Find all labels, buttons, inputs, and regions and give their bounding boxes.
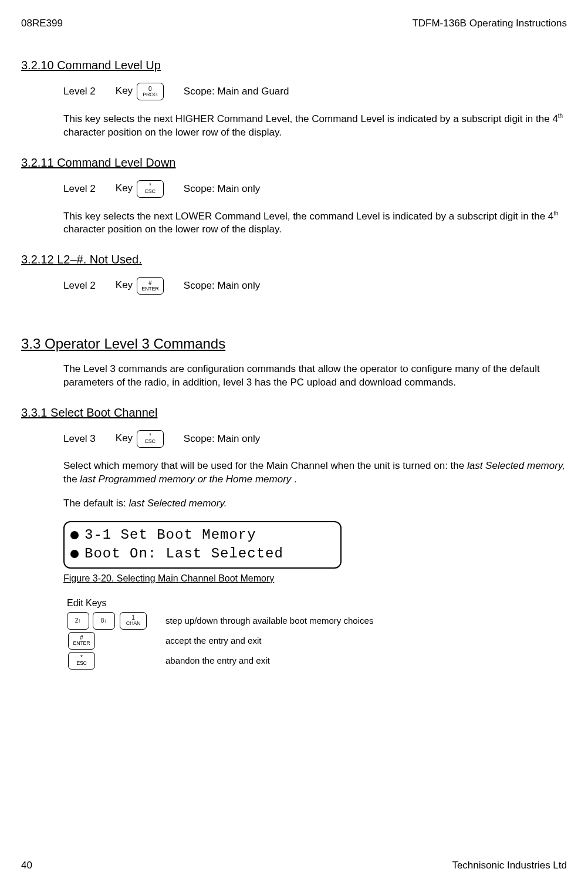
section-3-3-body: The Level 3 commands are configuration c… (63, 363, 567, 390)
page: 08RE399 TDFM-136B Operating Instructions… (0, 0, 588, 889)
keycap-bot: ESC (145, 189, 156, 194)
footer-right: Technisonic Industries Ltd (452, 860, 567, 871)
italic-text: last Programmed memory or the Home memor… (80, 474, 291, 485)
edit-keys-title: Edit Keys (67, 598, 567, 609)
text: This key selects the next LOWER Command … (63, 210, 553, 221)
paragraph: This key selects the next HIGHER Command… (63, 112, 567, 140)
lcd-text: 3-1 Set Boot Memory (85, 527, 256, 543)
key-label: Key (116, 432, 133, 444)
section-3-3-1-body: Level 3 Key * ESC Scope: Main only Selec… (63, 430, 567, 670)
text: . (291, 474, 296, 485)
key-label: Key (116, 182, 133, 194)
text: The default is: (63, 498, 129, 509)
scope-label: Scope: Main only (184, 280, 260, 292)
keycap-bot: ESC (76, 661, 87, 666)
footer-left: 40 (21, 860, 32, 871)
keycap-star-esc: * ESC (137, 430, 164, 448)
scope-label: Scope: Main and Guard (184, 86, 289, 97)
text: Select which memory that will be used fo… (63, 460, 467, 471)
key-wrap: Key * ESC (116, 430, 164, 448)
level-key-scope-row: Level 2 Key # ENTER Scope: Main only (63, 277, 567, 295)
keycap-bot: CHAN (126, 621, 140, 626)
edit-key-desc: accept the entry and exit (165, 636, 261, 645)
keycap: 1CHAN (120, 612, 147, 630)
edit-key-caps: *ESC (67, 652, 155, 670)
level-key-scope-row: Level 2 Key * ESC Scope: Main only (63, 180, 567, 198)
text: character position on the lower row of t… (63, 224, 282, 235)
edit-key-caps: #ENTER (67, 632, 155, 650)
keycap-hash-enter: # ENTER (137, 277, 164, 295)
edit-key-row: 2↑8↓1CHANstep up/down through available … (67, 612, 567, 630)
paragraph: The Level 3 commands are configuration c… (63, 363, 567, 390)
text: This key selects the next HIGHER Command… (63, 113, 558, 124)
header-left: 08RE399 (21, 18, 63, 29)
lcd-line-1: 3-1 Set Boot Memory (70, 526, 334, 545)
keycap-top: 0 (148, 86, 152, 92)
keycap: #ENTER (68, 632, 95, 650)
edit-key-row: #ENTERaccept the entry and exit (67, 632, 567, 650)
key-wrap: Key 0 PROG (116, 83, 164, 100)
superscript: th (558, 113, 563, 119)
heading-3-3-1: 3.3.1 Select Boot Channel (21, 406, 567, 420)
section-3-2-12-body: Level 2 Key # ENTER Scope: Main only (63, 277, 567, 295)
lcd-dot-icon (70, 550, 79, 558)
lcd-text: Boot On: Last Selected (85, 546, 283, 562)
text: the (63, 474, 80, 485)
keycap: *ESC (68, 652, 95, 670)
paragraph: Select which memory that will be used fo… (63, 459, 567, 486)
level-label: Level 2 (63, 86, 96, 97)
page-header: 08RE399 TDFM-136B Operating Instructions (21, 18, 567, 29)
heading-3-3: 3.3 Operator Level 3 Commands (21, 336, 567, 352)
level-label: Level 2 (63, 280, 96, 292)
level-key-scope-row: Level 2 Key 0 PROG Scope: Main and Guard (63, 83, 567, 100)
heading-3-2-12: 3.2.12 L2–#. Not Used. (21, 253, 567, 266)
lcd-dot-icon (70, 531, 79, 539)
figure-caption: Figure 3-20. Selecting Main Channel Boot… (63, 573, 567, 584)
scope-label: Scope: Main only (184, 433, 260, 445)
level-label: Level 3 (63, 433, 96, 445)
arrow-key-icon: 8↓ (93, 612, 115, 630)
heading-3-2-10: 3.2.10 Command Level Up (21, 59, 567, 72)
key-label: Key (116, 85, 133, 96)
italic-text: last Selected memory, (467, 460, 565, 471)
lcd-display: 3-1 Set Boot Memory Boot On: Last Select… (63, 521, 342, 569)
paragraph: The default is: last Selected memory. (63, 497, 567, 511)
key-wrap: Key # ENTER (116, 277, 164, 295)
arrow-key-icon: 2↑ (67, 612, 89, 630)
scope-label: Scope: Main only (184, 183, 260, 195)
page-footer: 40 Technisonic Industries Ltd (21, 860, 567, 871)
keycap-0-prog: 0 PROG (137, 83, 164, 100)
header-right: TDFM-136B Operating Instructions (412, 18, 567, 29)
keycap-bot: PROG (143, 92, 157, 97)
edit-key-desc: step up/down through available boot memo… (165, 616, 373, 626)
edit-key-desc: abandon the entry and exit (165, 655, 270, 665)
key-wrap: Key * ESC (116, 180, 164, 198)
keycap-bot: ESC (145, 439, 156, 444)
key-label: Key (116, 280, 133, 291)
italic-text: last Selected memory. (129, 498, 227, 509)
keycap-bot: ENTER (141, 286, 158, 292)
keycap-star-esc: * ESC (137, 180, 164, 198)
superscript: th (553, 210, 558, 217)
edit-keys-table: 2↑8↓1CHANstep up/down through available … (63, 612, 567, 670)
lcd-line-2: Boot On: Last Selected (70, 545, 334, 563)
text: character position on the lower row of t… (63, 127, 282, 138)
section-3-2-10-body: Level 2 Key 0 PROG Scope: Main and Guard… (63, 83, 567, 140)
keycap-bot: ENTER (73, 641, 90, 646)
level-label: Level 2 (63, 183, 96, 195)
heading-3-2-11: 3.2.11 Command Level Down (21, 156, 567, 170)
edit-key-row: *ESCabandon the entry and exit (67, 652, 567, 670)
level-key-scope-row: Level 3 Key * ESC Scope: Main only (63, 430, 567, 448)
section-3-2-11-body: Level 2 Key * ESC Scope: Main only This … (63, 180, 567, 237)
paragraph: This key selects the next LOWER Command … (63, 209, 567, 237)
edit-key-caps: 2↑8↓1CHAN (67, 612, 155, 630)
